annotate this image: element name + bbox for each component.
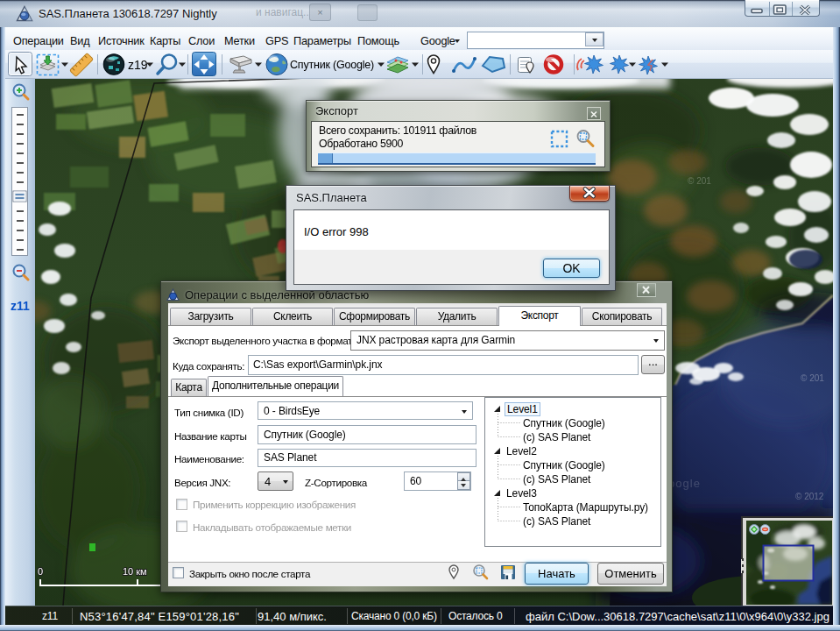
svg-text:z11: z11 (11, 299, 30, 313)
svg-text:10 км: 10 км (123, 566, 147, 577)
svg-text:z19: z19 (128, 58, 148, 72)
svg-text:© 201: © 201 (801, 373, 824, 383)
svg-text:Спутник (Google): Спутник (Google) (290, 59, 374, 71)
svg-text:© 201: © 201 (688, 176, 711, 186)
svg-text:0: 0 (38, 566, 43, 577)
svg-text:© 2012: © 2012 (795, 492, 824, 501)
